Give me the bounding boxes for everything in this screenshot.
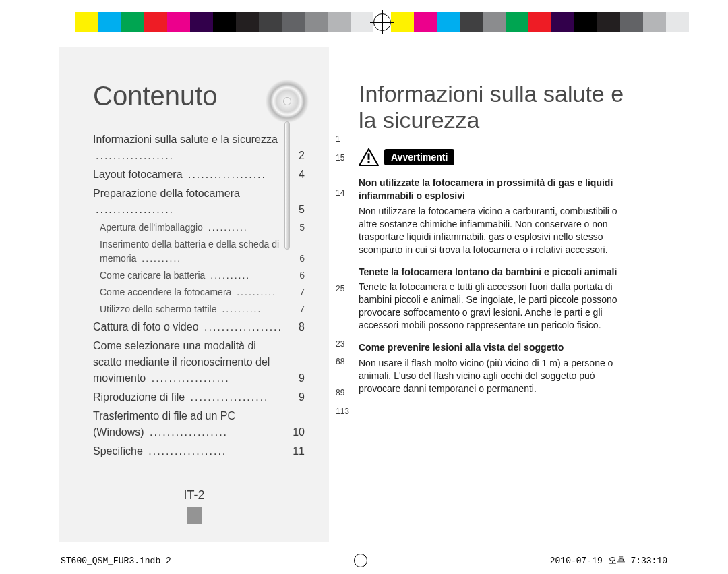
margin-number: 89 — [336, 389, 344, 397]
color-swatch — [643, 12, 666, 32]
margin-number: 113 — [336, 407, 349, 415]
margin-number: 25 — [336, 285, 344, 293]
margin-number: 15 — [336, 154, 344, 162]
safety-paragraph: Non utilizzare la fotocamera vicino a ca… — [359, 205, 636, 256]
color-swatch — [574, 12, 597, 32]
thermometer-graphic — [284, 121, 290, 250]
safety-title: Informazioni sulla salute e la sicurezza — [359, 81, 636, 134]
color-swatch — [236, 12, 259, 32]
toc-subentry: Utilizzo dello schermo tattile .........… — [100, 302, 305, 316]
color-swatch — [167, 12, 190, 32]
color-swatch — [328, 12, 351, 32]
color-swatch — [75, 12, 98, 32]
toc-entry: Cattura di foto o video ................… — [93, 319, 305, 335]
safety-heading: Come prevenire lesioni alla vista del so… — [359, 341, 636, 354]
color-swatch — [483, 12, 506, 32]
color-swatch — [597, 12, 620, 32]
safety-paragraph: Tenete la fotocamera e tutti gli accesso… — [359, 281, 636, 332]
color-swatch — [414, 12, 437, 32]
color-swatch — [213, 12, 236, 32]
warning-label: Avvertimenti — [384, 149, 454, 165]
toc-entry: Preparazione della fotocamera ..........… — [93, 185, 305, 218]
footer-timestamp: 2010-07-19 오후 7:33:10 — [550, 554, 667, 567]
warning-badge: Avvertimenti — [359, 148, 454, 166]
page-spread: Contenuto Informazioni sulla salute e la… — [59, 47, 669, 542]
toc-subentry: Come caricare la batteria ..........6 — [100, 268, 305, 283]
table-of-contents: Informazioni sulla salute e la sicurezza… — [93, 132, 305, 459]
margin-number: 23 — [336, 340, 344, 348]
margin-number: 14 — [336, 189, 344, 197]
print-footer: ST600_QSM_EUR3.indb 2 2010-07-19 오후 7:33… — [61, 554, 667, 567]
toc-entry: Riproduzione di file ..................9 — [93, 389, 305, 405]
color-swatch — [305, 12, 328, 32]
toc-subentry: Apertura dell'imballaggio ..........5 — [100, 221, 305, 235]
color-swatch — [190, 12, 213, 32]
margin-number: 68 — [336, 357, 344, 366]
safety-paragraph: Non usare il flash molto vicino (più vic… — [359, 357, 636, 395]
safety-body: Non utilizzate la fotocamera in prossimi… — [359, 177, 636, 395]
toc-entry: Layout fotocamera ..................4 — [93, 167, 305, 183]
toc-subentry: Inserimento della batteria e della sched… — [100, 237, 305, 266]
svg-rect-2 — [368, 161, 370, 163]
toc-entry: Trasferimento di file ad un PC (Windows)… — [93, 408, 305, 440]
footer-filename: ST600_QSM_EUR3.indb 2 — [61, 556, 171, 566]
toc-entry: Informazioni sulla salute e la sicurezza… — [93, 132, 305, 164]
color-swatch — [282, 12, 305, 32]
color-swatch — [144, 12, 167, 32]
color-swatch — [506, 12, 528, 32]
registration-mark-top — [373, 13, 391, 31]
color-swatch — [121, 12, 144, 32]
warning-triangle-icon — [359, 148, 379, 166]
margin-number: 1 — [336, 135, 340, 143]
contents-panel: Contenuto Informazioni sulla salute e la… — [59, 47, 329, 542]
toc-entry: Specifiche ..................11 — [93, 443, 305, 459]
page-number: IT-2 — [183, 488, 204, 524]
disc-icon — [266, 80, 309, 123]
safety-heading: Non utilizzate la fotocamera in prossimi… — [359, 177, 636, 202]
color-swatch — [437, 12, 460, 32]
printer-color-bar — [53, 12, 675, 32]
safety-panel: Informazioni sulla salute e la sicurezza… — [329, 47, 669, 542]
safety-heading: Tenete la fotocamera lontano da bambini … — [359, 266, 636, 279]
color-swatch — [689, 12, 712, 32]
color-swatch — [666, 12, 689, 32]
color-swatch — [98, 12, 121, 32]
color-swatch — [259, 12, 282, 32]
color-swatch — [460, 12, 483, 32]
color-swatch — [391, 12, 414, 32]
color-swatch — [53, 12, 75, 32]
color-swatch — [620, 12, 643, 32]
color-swatch — [528, 12, 551, 32]
svg-rect-1 — [368, 154, 370, 160]
toc-subentry: Come accendere la fotocamera ..........7 — [100, 285, 305, 299]
registration-mark-bottom — [354, 554, 367, 567]
toc-entry: Come selezionare una modalità di scatto … — [93, 338, 305, 386]
color-swatch — [551, 12, 574, 32]
